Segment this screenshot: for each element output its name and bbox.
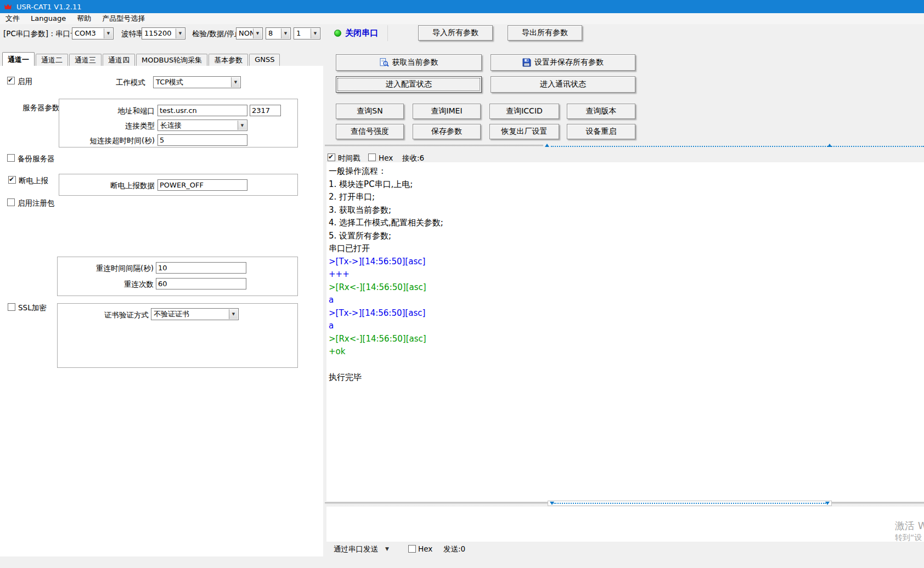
log-line: 执行完毕	[329, 371, 922, 384]
conn-type-select[interactable]: 长连接 ▼	[157, 120, 247, 131]
log-line: 1. 模块连PC串口,上电;	[329, 178, 922, 191]
app-window: USR-CAT1 V1.2.11 文件 Language 帮助 产品型号选择 […	[0, 0, 924, 568]
send-via-serial-button[interactable]: 通过串口发送	[334, 544, 378, 554]
chevron-down-icon[interactable]: ▼	[231, 77, 240, 87]
set-save-params-button[interactable]: 设置并保存所有参数	[491, 54, 635, 71]
work-mode-select[interactable]: TCP模式 ▼	[153, 76, 241, 88]
timestamp-checkbox[interactable]	[328, 154, 335, 161]
enter-config-button[interactable]: 进入配置状态	[336, 76, 482, 93]
tab-basic-params[interactable]: 基本参数	[209, 54, 248, 66]
baud-value: 115200	[144, 29, 172, 37]
activation-watermark: 激活 W 转到“设	[895, 520, 924, 543]
device-restart-button[interactable]: 设备重启	[567, 124, 635, 139]
stopbits-select[interactable]: 1 ▼	[294, 27, 320, 39]
log-line: 串口已打开	[329, 242, 922, 255]
address-input[interactable]: test.usr.cn	[157, 105, 247, 116]
tab-channel-3[interactable]: 通道三	[69, 54, 102, 66]
baud-select[interactable]: 115200 ▼	[142, 27, 185, 39]
reconnect-interval-input[interactable]: 10	[156, 262, 246, 274]
backup-server-checkbox[interactable]	[7, 154, 15, 162]
chevron-down-icon[interactable]: ▼	[385, 546, 389, 552]
import-params-button[interactable]: 导入所有参数	[418, 25, 493, 41]
save-params-button[interactable]: 保存参数	[413, 124, 481, 139]
menu-item-help[interactable]: 帮助	[71, 13, 97, 24]
tab-channel-2[interactable]: 通道二	[36, 54, 68, 66]
ssl-checkbox[interactable]	[8, 303, 15, 311]
conn-type-value: 长连接	[160, 121, 182, 129]
menu-item-file[interactable]: 文件	[0, 13, 25, 24]
factory-reset-button[interactable]: 恢复出厂设置	[489, 124, 559, 139]
com-port-select[interactable]: COM3 ▼	[72, 27, 114, 39]
query-imei-button[interactable]: 查询IMEI	[413, 104, 481, 119]
hex-send-label: Hex	[418, 544, 432, 553]
tab-channel-4[interactable]: 通道四	[103, 54, 135, 66]
query-iccid-button[interactable]: 查询ICCID	[489, 104, 559, 119]
chevron-down-icon[interactable]: ▼	[253, 29, 262, 38]
hex-send-checkbox[interactable]	[408, 545, 416, 553]
menu-item-language[interactable]: Language	[25, 13, 71, 24]
watermark-line2: 转到“设	[895, 532, 924, 543]
cert-verify-select[interactable]: 不验证证书 ▼	[151, 308, 239, 320]
parity-select[interactable]: NONI ▼	[236, 27, 263, 39]
register-pack-checkbox[interactable]	[7, 198, 15, 206]
query-sn-button[interactable]: 查询SN	[336, 104, 404, 119]
log-line: 2. 打开串口;	[329, 191, 922, 204]
splitter-handle-icon[interactable]	[827, 144, 832, 147]
databits-select[interactable]: 8 ▼	[266, 27, 291, 39]
short-timeout-label: 短连接超时时间(秒)	[50, 136, 155, 146]
title-bar: USR-CAT1 V1.2.11	[0, 0, 924, 13]
short-timeout-input[interactable]: 5	[157, 134, 247, 146]
poweroff-report-checkbox[interactable]	[8, 176, 16, 184]
hex-recv-label: Hex	[379, 154, 393, 162]
log-line: 3. 获取当前参数;	[329, 204, 922, 217]
databits-value: 8	[268, 29, 273, 37]
log-line: +++	[329, 268, 922, 281]
export-params-button[interactable]: 导出所有参数	[508, 25, 582, 41]
chevron-down-icon[interactable]: ▼	[104, 29, 112, 38]
splitter-handle-icon[interactable]	[545, 144, 549, 147]
tab-modbus-poll[interactable]: MODBUS轮询采集	[136, 54, 207, 66]
splitter-handle-icon[interactable]	[825, 502, 830, 505]
hex-recv-checkbox[interactable]	[368, 154, 376, 161]
log-line: +ok	[329, 345, 922, 359]
port-input[interactable]: 2317	[250, 105, 281, 116]
menu-item-model-select[interactable]: 产品型号选择	[97, 13, 150, 24]
chevron-down-icon[interactable]: ▼	[281, 29, 290, 38]
send-input-area[interactable]	[326, 507, 924, 542]
chevron-down-icon[interactable]: ▼	[238, 121, 246, 130]
get-params-button[interactable]: 获取当前参数	[336, 54, 482, 71]
stopbits-value: 1	[296, 29, 301, 37]
work-mode-label: 工作模式	[116, 78, 145, 88]
floppy-save-icon	[522, 58, 531, 67]
chevron-down-icon[interactable]: ▼	[311, 29, 319, 38]
chevron-down-icon[interactable]: ▼	[229, 309, 238, 319]
register-pack-label: 启用注册包	[18, 198, 55, 208]
chevron-down-icon[interactable]: ▼	[176, 29, 184, 38]
serial-toolbar: [PC串口参数] : 串口号 COM3 ▼ 波特率 115200 ▼ 检验/数据…	[0, 24, 924, 43]
log-area[interactable]: 一般操作流程：1. 模块连PC串口,上电;2. 打开串口;3. 获取当前参数;4…	[326, 162, 924, 501]
backup-server-label: 备份服务器	[18, 154, 55, 164]
pc-serial-label: [PC串口参数] : 串口号	[3, 29, 78, 39]
splitter-handle-icon[interactable]	[550, 502, 554, 505]
log-line: a	[329, 294, 922, 307]
cert-verify-value: 不验证证书	[154, 310, 189, 318]
baud-label: 波特率	[121, 29, 144, 39]
log-line: a	[329, 320, 922, 333]
enable-checkbox[interactable]	[7, 77, 15, 84]
work-mode-value: TCP模式	[156, 78, 183, 86]
log-line	[329, 359, 922, 372]
log-line: 4. 选择工作模式,配置相关参数;	[329, 217, 922, 230]
poweroff-data-input[interactable]: POWER_OFF	[157, 179, 247, 191]
cert-verify-label: 证书验证方式	[66, 310, 149, 320]
splitter-dotted-line	[551, 146, 924, 147]
toolbar-separator	[387, 25, 388, 41]
query-signal-button[interactable]: 查信号强度	[336, 124, 404, 139]
enter-comm-button[interactable]: 进入通讯状态	[491, 76, 635, 93]
close-port-button[interactable]: 关闭串口	[345, 28, 378, 38]
tab-channel-1[interactable]: 通道一	[2, 52, 35, 66]
reconnect-count-label: 重连次数	[77, 280, 154, 289]
doc-search-icon	[380, 58, 389, 67]
reconnect-count-input[interactable]: 60	[156, 278, 246, 289]
query-version-button[interactable]: 查询版本	[567, 104, 635, 119]
tab-gnss[interactable]: GNSS	[249, 54, 280, 66]
